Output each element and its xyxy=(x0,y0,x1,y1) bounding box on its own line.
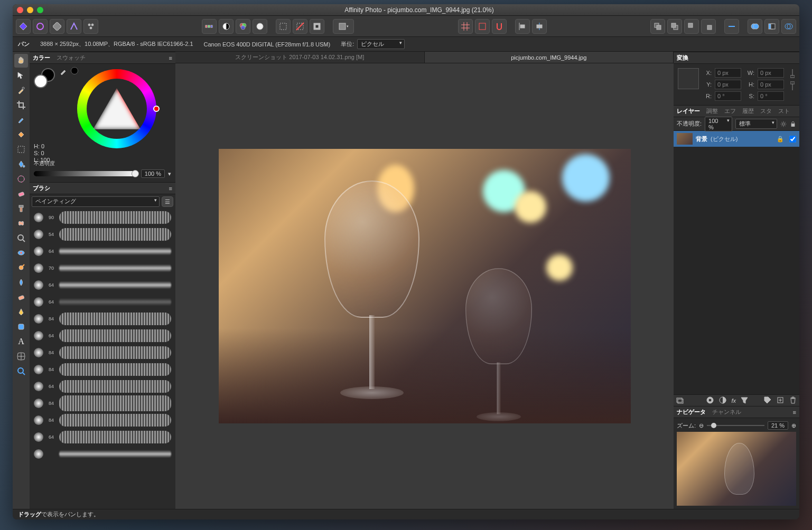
auto-contrast-button[interactable] xyxy=(219,19,234,34)
w-field[interactable]: 0 px xyxy=(758,68,784,78)
auto-levels-button[interactable] xyxy=(202,19,217,34)
navigator-preview[interactable] xyxy=(677,432,796,506)
grid-button[interactable] xyxy=(458,19,473,34)
tab-color[interactable]: カラー xyxy=(33,54,50,62)
brush-item[interactable]: 84 xyxy=(32,412,173,429)
brush-item[interactable]: 64 xyxy=(32,294,173,310)
dodge-tool[interactable] xyxy=(14,261,28,275)
persona-export[interactable] xyxy=(83,19,98,34)
brush-item[interactable]: 64 xyxy=(32,429,173,446)
brush-item[interactable]: 84 xyxy=(32,344,173,361)
paintbrush-tool[interactable] xyxy=(14,113,28,127)
viewport[interactable] xyxy=(175,63,674,509)
link-icon[interactable] xyxy=(790,69,795,90)
bool-add-button[interactable] xyxy=(748,19,762,34)
tab-adjust[interactable]: 調整 xyxy=(706,107,718,115)
unit-select[interactable]: ピクセル xyxy=(357,39,405,49)
doc-tab[interactable]: スクリーンショット 2017-07-03 14.02.31.png [M] xyxy=(175,52,425,63)
r-field[interactable]: 0 ° xyxy=(715,91,741,101)
arrange-button-3[interactable] xyxy=(684,19,699,34)
tab-channel[interactable]: チャンネル xyxy=(712,408,741,416)
flood-select-tool[interactable] xyxy=(14,157,28,171)
wheel-handle[interactable] xyxy=(153,106,160,112)
brush-item[interactable] xyxy=(32,446,173,462)
blur-tool[interactable] xyxy=(14,276,28,289)
layers-group-icon[interactable] xyxy=(676,396,684,405)
quickmask-button[interactable]: ▾ xyxy=(333,19,354,34)
layer-opacity-field[interactable]: 100 % xyxy=(705,117,732,131)
text-tool[interactable]: A xyxy=(14,335,28,348)
zoom-out-icon[interactable]: ⊖ xyxy=(699,422,704,429)
selection-invert-button[interactable] xyxy=(310,19,324,34)
pan-tool[interactable] xyxy=(14,54,28,68)
lock-icon[interactable] xyxy=(790,120,796,128)
brush-category-select[interactable]: ペインティング xyxy=(32,196,160,207)
persona-photo[interactable] xyxy=(16,19,31,34)
zoom-in-icon[interactable]: ⊕ xyxy=(791,422,796,429)
bool-intersect-button[interactable] xyxy=(781,19,796,34)
persona-liquify[interactable] xyxy=(33,19,48,34)
zoom-button[interactable] xyxy=(37,7,43,13)
mask-icon[interactable] xyxy=(706,396,714,405)
brush-view-toggle[interactable]: ☰ xyxy=(162,196,173,207)
tab-history[interactable]: 履歴 xyxy=(742,107,754,115)
zoom-tool[interactable] xyxy=(14,231,28,245)
tab-fx[interactable]: エフ xyxy=(724,107,736,115)
doc-tab[interactable]: picjumbo.com_IMG_9944.jpg xyxy=(425,52,674,63)
mesh-tool[interactable] xyxy=(14,349,28,363)
brush-item[interactable]: 70 xyxy=(32,260,173,277)
fill-tool[interactable] xyxy=(14,128,28,141)
x-field[interactable]: 0 px xyxy=(715,68,741,78)
brush-item[interactable]: 84 xyxy=(32,395,173,412)
close-button[interactable] xyxy=(17,7,23,13)
eyedropper-icon[interactable] xyxy=(59,67,68,75)
brush-item[interactable]: 64 xyxy=(32,277,173,294)
tab-transform[interactable]: 変換 xyxy=(677,54,688,62)
panel-menu-icon[interactable]: ≡ xyxy=(169,185,172,192)
crop-tool[interactable] xyxy=(14,98,28,112)
arrange-align-button[interactable] xyxy=(724,19,739,34)
brush-item[interactable]: 64 xyxy=(32,378,173,395)
pen-tool[interactable] xyxy=(14,305,28,319)
red-eye-tool[interactable] xyxy=(14,246,28,260)
selection-deselect-button[interactable] xyxy=(293,19,307,34)
tab-styles[interactable]: スタ xyxy=(760,107,772,115)
bool-sub-button[interactable] xyxy=(764,19,779,34)
adjustment-icon[interactable] xyxy=(718,396,727,405)
panel-menu-icon[interactable]: ≡ xyxy=(169,55,172,61)
minimize-button[interactable] xyxy=(27,7,33,13)
opacity-slider[interactable] xyxy=(34,171,138,176)
tab-stock[interactable]: スト xyxy=(778,107,790,115)
tab-navigator[interactable]: ナビゲータ xyxy=(677,408,706,416)
panel-menu-icon[interactable]: ≡ xyxy=(793,409,796,415)
marquee-tool[interactable] xyxy=(14,143,28,156)
dropdown-icon[interactable]: ▾ xyxy=(168,171,171,177)
zoom-slider[interactable] xyxy=(707,425,764,426)
eraser-tool[interactable] xyxy=(14,187,28,201)
brush-item[interactable]: 84 xyxy=(32,310,173,327)
align-left-button[interactable] xyxy=(515,19,530,34)
color-picker-tool[interactable] xyxy=(14,83,28,97)
auto-wb-button[interactable] xyxy=(253,19,267,34)
delete-layer-icon[interactable] xyxy=(789,396,797,405)
layer-row[interactable]: 背景 (ピクセル) 🔒 xyxy=(674,131,799,147)
y-field[interactable]: 0 px xyxy=(715,80,741,89)
auto-colors-button[interactable] xyxy=(236,19,250,34)
selection-brush-tool[interactable] xyxy=(14,172,28,186)
gear-icon[interactable] xyxy=(780,120,787,128)
arrange-button-4[interactable] xyxy=(701,19,716,34)
tag-icon[interactable] xyxy=(763,396,772,405)
add-layer-icon[interactable] xyxy=(776,396,785,405)
clone-tool[interactable] xyxy=(14,202,28,215)
brush-item[interactable]: 54 xyxy=(32,226,173,243)
move-tool[interactable] xyxy=(14,69,28,82)
s-field[interactable]: 0 ° xyxy=(758,91,784,101)
blend-mode-select[interactable]: 標準 xyxy=(735,119,777,129)
fx-icon[interactable]: fx xyxy=(731,398,736,404)
brush-item[interactable]: 64 xyxy=(32,243,173,260)
color-wheel[interactable] xyxy=(77,69,156,148)
align-center-button[interactable] xyxy=(532,19,547,34)
brush-item[interactable]: 84 xyxy=(32,361,173,378)
layer-lock-icon[interactable]: 🔒 xyxy=(777,136,784,143)
view-tool[interactable] xyxy=(14,364,28,378)
